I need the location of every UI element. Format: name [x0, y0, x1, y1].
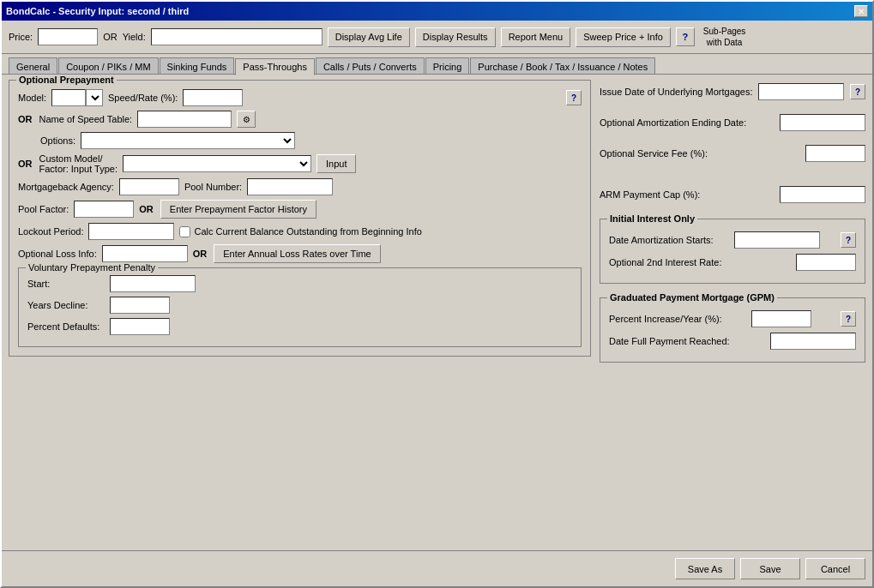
lockout-input[interactable]	[88, 223, 174, 240]
model-dropdown[interactable]	[86, 89, 103, 106]
speed-table-label: Name of Speed Table:	[39, 114, 133, 124]
optional-prepayment-group: Optional Prepayment Model: Speed/Rate (%…	[9, 80, 591, 357]
options-dropdown[interactable]	[81, 132, 295, 149]
graduated-payment-group: Graduated Payment Mortgage (GPM) Percent…	[600, 297, 865, 363]
speed-table-browse-button[interactable]: ⚙	[237, 111, 256, 128]
issue-date-row: Issue Date of Underlying Mortgages: ?	[600, 83, 865, 100]
save-button[interactable]: Save	[740, 558, 800, 579]
percent-defaults-row: Percent Defaults:	[27, 318, 572, 335]
window-title: BondCalc - Security Input: second / thir…	[6, 6, 189, 16]
display-results-button[interactable]: Display Results	[415, 27, 496, 47]
speed-rate-label: Speed/Rate (%):	[108, 93, 178, 103]
date-full-row: Date Full Payment Reached:	[609, 333, 856, 350]
date-full-label: Date Full Payment Reached:	[609, 336, 730, 346]
model-label: Model:	[18, 93, 46, 103]
start-input[interactable]	[110, 275, 196, 292]
issue-date-input[interactable]	[758, 83, 844, 100]
percent-defaults-label: Percent Defaults:	[27, 321, 105, 332]
or-label2: OR	[18, 114, 33, 124]
display-avg-life-button[interactable]: Display Avg Life	[328, 27, 410, 47]
yield-input[interactable]	[151, 28, 322, 45]
voluntary-prepayment-title: Voluntary Prepayment Penalty	[26, 262, 158, 273]
custom-model-dropdown[interactable]	[123, 155, 311, 172]
lockout-label: Lockout Period:	[18, 226, 83, 237]
issue-date-label: Issue Date of Underlying Mortgages:	[600, 87, 753, 97]
model-row: Model: Speed/Rate (%): ?	[18, 89, 582, 106]
loss-row: Optional Loss Info: OR Enter Annual Loss…	[18, 244, 582, 263]
pool-factor-input[interactable]	[74, 201, 134, 218]
tab-bar: General Coupon / PIKs / MM Sinking Funds…	[2, 54, 872, 75]
calc-checkbox[interactable]	[179, 226, 190, 237]
tab-pricing[interactable]: Pricing	[425, 57, 470, 75]
or-label4: OR	[139, 204, 154, 214]
toolbar-help-button[interactable]: ?	[676, 27, 695, 46]
tab-calls[interactable]: Calls / Puts / Converts	[316, 57, 425, 75]
pool-factor-label: Pool Factor:	[18, 204, 69, 214]
or-label3: OR	[18, 159, 33, 169]
service-fee-input[interactable]	[805, 145, 865, 162]
enter-prepayment-button[interactable]: Enter Prepayment Factor History	[160, 200, 316, 219]
model-input[interactable]	[51, 89, 86, 106]
tab-sinking-funds[interactable]: Sinking Funds	[160, 57, 235, 75]
date-full-input[interactable]	[770, 333, 856, 350]
arm-cap-input[interactable]	[780, 186, 865, 203]
voluntary-prepayment-group: Voluntary Prepayment Penalty Start: Year…	[18, 267, 582, 347]
sweep-price-button[interactable]: Sweep Price + Info	[576, 27, 671, 47]
calc-label: Calc Current Balance Outstanding from Be…	[194, 226, 421, 237]
enter-annual-button[interactable]: Enter Annual Loss Rates over Time	[214, 244, 380, 263]
speed-rate-input[interactable]	[183, 89, 243, 106]
yield-label: Yield:	[123, 32, 146, 42]
graduated-help-button[interactable]: ?	[841, 311, 856, 327]
cancel-button[interactable]: Cancel	[805, 558, 865, 579]
percent-defaults-input[interactable]	[110, 318, 170, 335]
tab-general[interactable]: General	[9, 57, 57, 75]
arm-cap-row: ARM Payment Cap (%):	[600, 186, 865, 203]
mortgageback-input[interactable]	[119, 178, 179, 195]
custom-model-label: Custom Model/Factor: Input Type:	[39, 153, 118, 174]
mortgageback-row: Mortgageback Agency: Pool Number:	[18, 178, 582, 195]
amort-input[interactable]	[780, 114, 865, 131]
issue-date-help-button[interactable]: ?	[850, 84, 865, 99]
price-input[interactable]	[38, 28, 98, 45]
sub-pages-label: Sub-Pages with Data	[703, 26, 745, 48]
pool-number-label: Pool Number:	[184, 182, 242, 192]
optional-2nd-input[interactable]	[796, 254, 856, 271]
lockout-row: Lockout Period: Calc Current Balance Out…	[18, 223, 582, 240]
date-amort-row: Date Amortization Starts: ?	[609, 231, 856, 249]
or-label5: OR	[193, 249, 208, 259]
date-amort-help-button[interactable]: ?	[841, 232, 856, 248]
right-panel: Issue Date of Underlying Mortgages: ? Op…	[600, 80, 865, 545]
initial-interest-title: Initial Interest Only	[607, 213, 697, 224]
optional-loss-input[interactable]	[102, 245, 188, 262]
amort-row: Optional Amortization Ending Date:	[600, 114, 865, 131]
date-amort-input[interactable]	[734, 231, 820, 249]
speed-table-input[interactable]	[137, 111, 232, 128]
options-row: Options:	[18, 132, 582, 149]
options-label: Options:	[40, 135, 75, 146]
title-bar: BondCalc - Security Input: second / thir…	[2, 2, 872, 21]
calc-checkbox-row: Calc Current Balance Outstanding from Be…	[179, 226, 421, 237]
start-row: Start:	[27, 275, 572, 292]
graduated-payment-title: Graduated Payment Mortgage (GPM)	[607, 292, 777, 303]
tab-purchase[interactable]: Purchase / Book / Tax / Issuance / Notes	[470, 57, 655, 75]
optional-prepayment-title: Optional Prepayment	[16, 75, 117, 85]
optional-loss-label: Optional Loss Info:	[18, 249, 97, 259]
input-button[interactable]: Input	[316, 154, 356, 173]
initial-interest-only-group: Initial Interest Only Date Amortization …	[600, 219, 865, 284]
pool-number-input[interactable]	[247, 178, 333, 195]
toolbar: Price: OR Yield: Display Avg Life Displa…	[2, 21, 872, 54]
tab-coupon[interactable]: Coupon / PIKs / MM	[58, 57, 158, 75]
close-button[interactable]: ✕	[854, 5, 868, 17]
or-label1: OR	[103, 32, 118, 42]
years-decline-input[interactable]	[110, 297, 170, 314]
prepayment-help-button[interactable]: ?	[566, 90, 582, 105]
optional-2nd-label: Optional 2nd Interest Rate:	[609, 257, 721, 267]
start-label: Start:	[27, 279, 105, 289]
percent-increase-input[interactable]	[751, 310, 811, 327]
date-amort-label: Date Amortization Starts:	[609, 235, 714, 245]
amort-label: Optional Amortization Ending Date:	[600, 117, 746, 128]
optional-2nd-row: Optional 2nd Interest Rate:	[609, 254, 856, 271]
tab-pass-throughs[interactable]: Pass-Throughs	[235, 58, 315, 75]
report-menu-button[interactable]: Report Menu	[501, 27, 571, 47]
save-as-button[interactable]: Save As	[675, 558, 735, 579]
